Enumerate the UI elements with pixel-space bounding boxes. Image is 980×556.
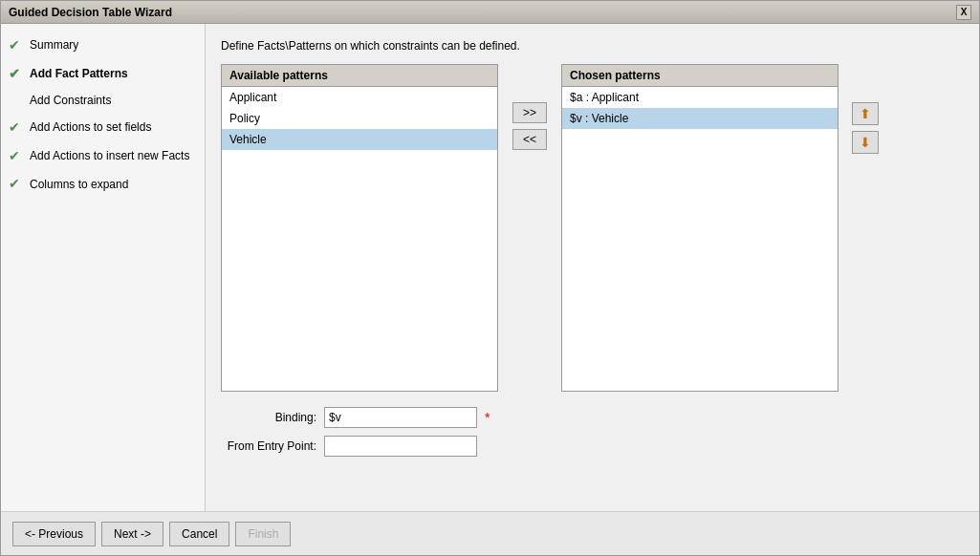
next-button[interactable]: Next ->: [101, 522, 163, 546]
sidebar-item-add-actions-fields[interactable]: ✔ Add Actions to set fields: [1, 114, 205, 142]
previous-button[interactable]: <- Previous: [12, 522, 96, 546]
entry-point-row: From Entry Point:: [221, 436, 964, 457]
transfer-buttons: >> <<: [506, 64, 554, 150]
check-icon-add-actions-fields: ✔: [9, 118, 24, 138]
sidebar-label-columns-expand: Columns to expand: [30, 177, 128, 193]
content-area: ✔ Summary ✔ Add Fact Patterns Add Constr…: [1, 24, 979, 511]
move-down-button[interactable]: ⬇: [852, 131, 879, 154]
footer: <- Previous Next -> Cancel Finish: [1, 511, 979, 555]
sidebar-item-add-constraints[interactable]: Add Constraints: [1, 88, 205, 114]
available-patterns-box: Available patterns Applicant Policy Vehi…: [221, 64, 498, 392]
remove-button[interactable]: <<: [512, 129, 547, 150]
sidebar-label-add-fact-patterns: Add Fact Patterns: [30, 66, 128, 82]
sidebar-item-summary[interactable]: ✔ Summary: [1, 32, 205, 60]
finish-button[interactable]: Finish: [235, 522, 291, 546]
pattern-item-vehicle[interactable]: Vehicle: [222, 129, 497, 150]
title-bar: Guided Decision Table Wizard X: [1, 1, 979, 24]
chosen-patterns-label: Chosen patterns: [561, 64, 838, 86]
check-icon-columns-expand: ✔: [9, 175, 24, 194]
patterns-area: Available patterns Applicant Policy Vehi…: [221, 64, 964, 392]
main-panel: Define Facts\Patterns on which constrain…: [206, 24, 979, 511]
binding-label: Binding:: [221, 411, 316, 424]
chosen-patterns-box: Chosen patterns $a : Applicant $v : Vehi…: [561, 64, 838, 392]
sidebar-label-add-constraints: Add Constraints: [30, 93, 111, 109]
chosen-item-applicant[interactable]: $a : Applicant: [562, 87, 838, 108]
sidebar-item-columns-expand[interactable]: ✔ Columns to expand: [1, 170, 205, 199]
window-title: Guided Decision Table Wizard: [9, 6, 172, 19]
sidebar-label-summary: Summary: [30, 37, 78, 53]
description-text: Define Facts\Patterns on which constrain…: [221, 39, 964, 53]
chosen-patterns-list[interactable]: $a : Applicant $v : Vehicle: [561, 86, 838, 392]
binding-input[interactable]: [324, 407, 477, 428]
binding-area: Binding: * From Entry Point:: [221, 407, 964, 457]
available-patterns-list[interactable]: Applicant Policy Vehicle: [221, 86, 498, 392]
sidebar: ✔ Summary ✔ Add Fact Patterns Add Constr…: [1, 24, 206, 511]
sidebar-item-add-fact-patterns[interactable]: ✔ Add Fact Patterns: [1, 60, 205, 89]
binding-row: Binding: *: [221, 407, 964, 428]
move-up-button[interactable]: ⬆: [852, 102, 879, 125]
cancel-button[interactable]: Cancel: [169, 522, 229, 546]
sidebar-label-add-actions-facts: Add Actions to insert new Facts: [30, 148, 189, 164]
check-icon-summary: ✔: [9, 36, 24, 55]
entry-point-input[interactable]: [324, 436, 477, 457]
pattern-item-policy[interactable]: Policy: [222, 108, 497, 129]
required-star: *: [485, 410, 490, 425]
entry-point-label: From Entry Point:: [221, 439, 316, 453]
close-button[interactable]: X: [956, 5, 971, 20]
check-icon-add-fact-patterns: ✔: [9, 65, 24, 84]
order-buttons: ⬆ ⬇: [846, 64, 884, 154]
pattern-item-applicant[interactable]: Applicant: [222, 87, 497, 108]
sidebar-item-add-actions-facts[interactable]: ✔ Add Actions to insert new Facts: [1, 142, 205, 171]
wizard-window: Guided Decision Table Wizard X ✔ Summary…: [0, 0, 980, 556]
check-icon-add-actions-facts: ✔: [9, 147, 24, 166]
add-button[interactable]: >>: [512, 102, 547, 123]
available-patterns-label: Available patterns: [221, 64, 498, 86]
sidebar-label-add-actions-fields: Add Actions to set fields: [30, 119, 151, 136]
chosen-item-vehicle[interactable]: $v : Vehicle: [562, 108, 838, 129]
